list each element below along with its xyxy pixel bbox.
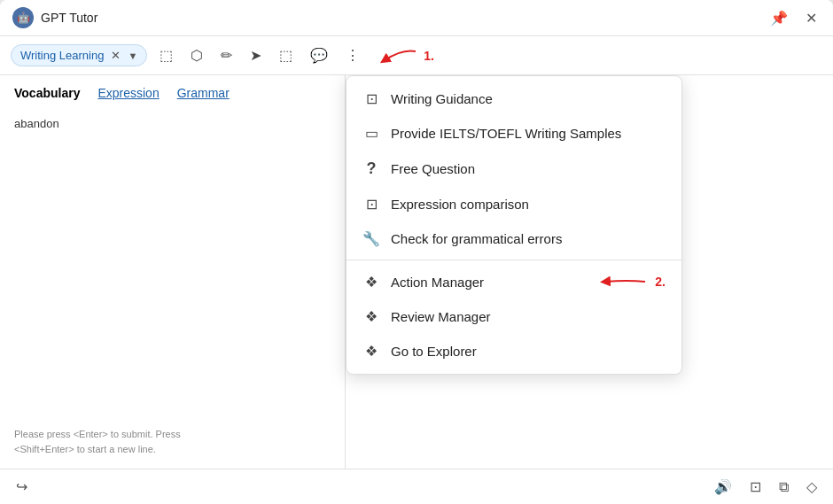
more-button[interactable]: ⋮ [340, 43, 365, 67]
hint-text: Please press <Enter> to submit. Press <S… [14, 416, 331, 458]
keyboard-icon: ⊡ [750, 479, 761, 494]
more-icon: ⋮ [346, 47, 360, 64]
menu-item-expression-comparison[interactable]: ⊡ Expression comparison [346, 187, 681, 221]
volume-icon: 🔊 [714, 479, 732, 494]
red-arrow-2-icon [596, 273, 650, 291]
expand-icon: ⬚ [160, 47, 173, 64]
ielts-icon: ▭ [362, 125, 380, 142]
volume-button[interactable]: 🔊 [711, 475, 736, 499]
annotation-2: 2. [596, 273, 666, 291]
menu-item-ielts-toefl[interactable]: ▭ Provide IELTS/TOEFL Writing Samples [346, 116, 681, 151]
menu-item-free-question[interactable]: ? Free Question [346, 151, 681, 187]
context-menu: ⊡ Writing Guidance ▭ Provide IELTS/TOEFL… [346, 75, 682, 375]
go-to-explorer-icon: ❖ [362, 343, 380, 360]
bottom-left: ↪ [12, 475, 31, 499]
title-bar: 🤖 GPT Tutor 📌 ✕ [0, 0, 833, 36]
copy-icon: ⧉ [779, 479, 789, 494]
toolbar: Writing Learning ✕ ▼ ⬚ ⬡ ✏ ➤ ⬚ 💬 ⋮ [0, 36, 833, 75]
tab-vocabulary[interactable]: Vocabulary [14, 86, 80, 100]
chat-icon: 💬 [310, 47, 328, 64]
menu-label-free-question: Free Question [391, 161, 475, 176]
exit-button[interactable]: ↪ [12, 475, 31, 499]
menu-item-grammar-check[interactable]: 🔧 Check for grammatical errors [346, 221, 681, 256]
word-list: abandon [14, 114, 331, 416]
red-arrow-1-icon [376, 47, 420, 65]
copy-button[interactable]: ⧉ [775, 476, 792, 499]
left-panel: Vocabulary Expression Grammar abandon Pl… [0, 75, 346, 469]
box-icon: ⬚ [279, 47, 292, 64]
menu-item-action-manager[interactable]: ❖ Action Manager 2. [346, 264, 681, 299]
hexagon-button[interactable]: ⬡ [185, 43, 208, 67]
menu-item-go-to-explorer[interactable]: ❖ Go to Explorer [346, 334, 681, 368]
main-content: Vocabulary Expression Grammar abandon Pl… [0, 75, 833, 469]
chat-button[interactable]: 💬 [305, 43, 333, 67]
diamond-icon: ◇ [806, 479, 817, 494]
menu-label-expression-comparison: Expression comparison [391, 197, 529, 212]
arrow-button[interactable]: ➤ [245, 43, 267, 67]
tab-label: Writing Learning [20, 49, 104, 62]
title-left: 🤖 GPT Tutor [12, 7, 97, 28]
menu-label-go-to-explorer: Go to Explorer [391, 344, 477, 359]
menu-label-review-manager: Review Manager [391, 309, 491, 324]
keyboard-button[interactable]: ⊡ [746, 475, 765, 499]
hexagon-icon: ⬡ [191, 47, 203, 64]
app-title: GPT Tutor [41, 11, 97, 25]
menu-label-ielts-toefl: Provide IELTS/TOEFL Writing Samples [391, 126, 621, 141]
exit-icon: ↪ [16, 479, 27, 494]
menu-item-writing-guidance[interactable]: ⊡ Writing Guidance [346, 81, 681, 116]
menu-separator [346, 260, 681, 260]
app-icon: 🤖 [12, 7, 34, 28]
tab-grammar[interactable]: Grammar [177, 86, 230, 100]
edit-icon: ✏ [221, 47, 232, 64]
edit-button[interactable]: ✏ [215, 43, 237, 67]
tab-dropdown-button[interactable]: ▼ [128, 50, 137, 61]
menu-label-action-manager: Action Manager [391, 275, 484, 290]
app-window: 🤖 GPT Tutor 📌 ✕ Writing Learning ✕ ▼ ⬚ ⬡… [0, 0, 833, 504]
menu-label-grammar-check: Check for grammatical errors [391, 231, 562, 246]
title-actions: 📌 ✕ [767, 8, 821, 28]
pin-button[interactable]: 📌 [767, 8, 791, 28]
action-manager-icon: ❖ [362, 274, 380, 291]
expand-button[interactable]: ⬚ [154, 43, 178, 67]
diamond-button[interactable]: ◇ [803, 475, 821, 499]
writing-guidance-icon: ⊡ [362, 90, 380, 107]
menu-label-writing-guidance: Writing Guidance [391, 91, 493, 106]
word-item: abandon [14, 114, 331, 133]
annotation-1: 1. [376, 47, 434, 65]
tab-close-button[interactable]: ✕ [109, 49, 122, 62]
expression-comparison-icon: ⊡ [362, 196, 380, 213]
grammar-check-icon: 🔧 [362, 230, 380, 247]
tab-expression[interactable]: Expression [97, 86, 159, 100]
bottom-bar: ↪ 🔊 ⊡ ⧉ ◇ [0, 469, 833, 504]
menu-item-review-manager[interactable]: ❖ Review Manager [346, 299, 681, 334]
arrow-right-icon: ➤ [250, 47, 261, 64]
writing-learning-tab[interactable]: Writing Learning ✕ ▼ [11, 44, 147, 66]
bottom-right: 🔊 ⊡ ⧉ ◇ [711, 475, 821, 499]
free-question-icon: ? [362, 159, 380, 178]
box-button[interactable]: ⬚ [274, 43, 298, 67]
review-manager-icon: ❖ [362, 308, 380, 325]
close-button[interactable]: ✕ [802, 8, 821, 28]
content-tabs: Vocabulary Expression Grammar [14, 86, 331, 100]
